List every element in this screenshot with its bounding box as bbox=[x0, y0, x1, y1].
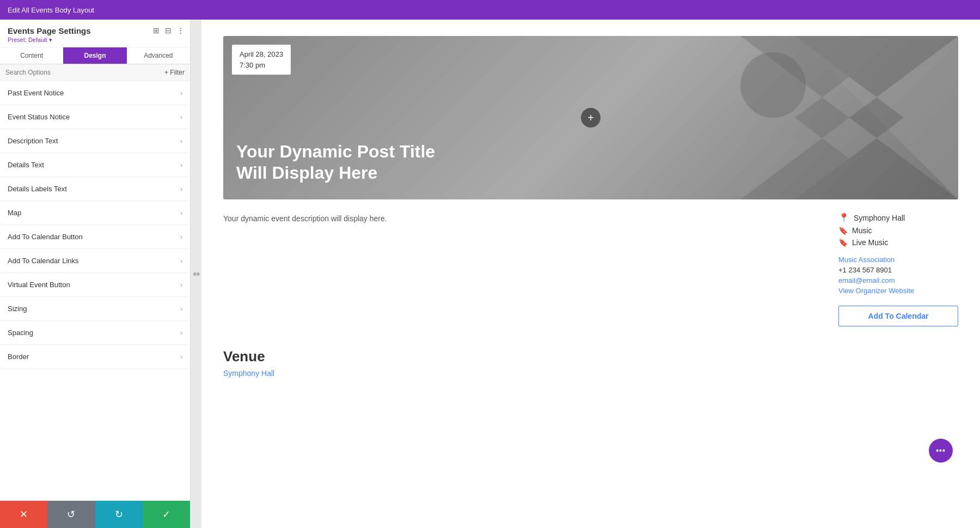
save-button[interactable]: ✓ bbox=[143, 501, 190, 528]
sidebar-item-label: Border bbox=[8, 353, 29, 361]
sidebar-item-spacing[interactable]: Spacing › bbox=[0, 321, 190, 345]
event-date: April 28, 2023 bbox=[240, 49, 283, 60]
sidebar-item-past-event-notice[interactable]: Past Event Notice › bbox=[0, 81, 190, 105]
redo-button[interactable]: ↻ bbox=[95, 501, 143, 528]
tab-content[interactable]: Content bbox=[0, 47, 63, 64]
main-layout: Events Page Settings Preset: Default ▾ ⊞… bbox=[0, 20, 980, 528]
sidebar-item-label: Details Text bbox=[8, 161, 44, 169]
venue-name[interactable]: Symphony Hall bbox=[854, 214, 905, 222]
category-live-music[interactable]: Live Music bbox=[852, 238, 888, 247]
sidebar-preset[interactable]: Preset: Default ▾ bbox=[8, 37, 146, 44]
date-badge: April 28, 2023 7:30 pm bbox=[232, 45, 291, 75]
chevron-down-icon: › bbox=[180, 257, 182, 265]
sidebar-grid-icon[interactable]: ⊞ bbox=[153, 26, 160, 35]
chevron-down-icon: › bbox=[180, 89, 182, 97]
event-header: April 28, 2023 7:30 pm Your Dynamic Post… bbox=[223, 36, 958, 199]
event-meta: 📍 Symphony Hall 🔖 Music 🔖 Live Music Mus… bbox=[838, 213, 958, 326]
venue-meta-item: 📍 Symphony Hall bbox=[838, 213, 958, 223]
event-description: Your dynamic event description will disp… bbox=[223, 213, 817, 326]
more-options-button[interactable]: ••• bbox=[929, 439, 953, 463]
category-live-music-item: 🔖 Live Music bbox=[838, 238, 958, 247]
event-title: Your Dynamic Post Title Will Display Her… bbox=[236, 141, 454, 183]
sidebar-item-label: Event Status Notice bbox=[8, 113, 70, 121]
organizer-website-link[interactable]: View Organizer Website bbox=[838, 287, 958, 295]
sidebar-item-add-to-calendar-button[interactable]: Add To Calendar Button › bbox=[0, 225, 190, 249]
search-row: + Filter bbox=[0, 64, 190, 81]
chevron-down-icon: › bbox=[180, 329, 182, 337]
tag-icon: 🔖 bbox=[838, 226, 848, 235]
search-input[interactable] bbox=[5, 69, 164, 76]
top-bar-title: Edit All Events Body Layout bbox=[8, 6, 94, 14]
sidebar-expand-icon[interactable]: ⊟ bbox=[165, 26, 171, 35]
tabs: Content Design Advanced bbox=[0, 47, 190, 64]
organizer-section: Music Association +1 234 567 8901 email@… bbox=[838, 256, 958, 295]
bottom-bar: ✕ ↺ ↻ ✓ bbox=[0, 501, 190, 528]
chevron-down-icon: › bbox=[180, 353, 182, 361]
sidebar-item-label: Description Text bbox=[8, 137, 58, 145]
resize-handle[interactable]: ⇔ bbox=[191, 20, 201, 528]
sidebar-item-label: Details Labels Text bbox=[8, 185, 67, 193]
sidebar-item-map[interactable]: Map › bbox=[0, 201, 190, 225]
top-bar: Edit All Events Body Layout bbox=[0, 0, 980, 20]
tag-icon: 🔖 bbox=[838, 238, 848, 247]
chevron-down-icon: › bbox=[180, 137, 182, 145]
sidebar-item-label: Spacing bbox=[8, 329, 33, 337]
resize-icon: ⇔ bbox=[193, 269, 200, 279]
chevron-down-icon: › bbox=[180, 113, 182, 121]
sidebar-item-virtual-event-button[interactable]: Virtual Event Button › bbox=[0, 273, 190, 297]
venue-link[interactable]: Symphony Hall bbox=[223, 369, 274, 378]
sidebar-header: Events Page Settings Preset: Default ▾ ⊞… bbox=[0, 20, 190, 47]
chevron-down-icon: › bbox=[180, 161, 182, 169]
preview-area: April 28, 2023 7:30 pm Your Dynamic Post… bbox=[201, 20, 980, 528]
chevron-down-icon: › bbox=[180, 305, 182, 313]
event-time: 7:30 pm bbox=[240, 60, 283, 71]
sidebar-item-details-labels-text[interactable]: Details Labels Text › bbox=[0, 177, 190, 201]
sidebar-item-label: Sizing bbox=[8, 305, 27, 313]
chevron-down-icon: › bbox=[180, 209, 182, 217]
chevron-down-icon: › bbox=[180, 281, 182, 289]
organizer-email-link[interactable]: email@email.com bbox=[838, 276, 958, 284]
sidebar-item-border[interactable]: Border › bbox=[0, 345, 190, 369]
venue-section: Venue Symphony Hall bbox=[223, 348, 958, 378]
sidebar-item-label: Map bbox=[8, 209, 21, 217]
undo-button[interactable]: ↺ bbox=[47, 501, 95, 528]
description-text: Your dynamic event description will disp… bbox=[223, 213, 817, 224]
content-row: Your dynamic event description will disp… bbox=[223, 213, 958, 326]
sidebar-item-label: Past Event Notice bbox=[8, 89, 64, 97]
sidebar-title: Events Page Settings bbox=[8, 26, 146, 35]
sidebar-item-label: Add To Calendar Links bbox=[8, 257, 79, 265]
add-module-button[interactable]: + bbox=[581, 108, 601, 128]
sidebar-item-add-to-calendar-links[interactable]: Add To Calendar Links › bbox=[0, 249, 190, 273]
chevron-down-icon: › bbox=[180, 233, 182, 241]
sidebar: Events Page Settings Preset: Default ▾ ⊞… bbox=[0, 20, 191, 528]
sidebar-item-label: Add To Calendar Button bbox=[8, 233, 83, 241]
chevron-down-icon: › bbox=[180, 185, 182, 193]
sidebar-item-details-text[interactable]: Details Text › bbox=[0, 153, 190, 177]
add-to-calendar-button[interactable]: Add To Calendar bbox=[838, 306, 958, 326]
sidebar-item-sizing[interactable]: Sizing › bbox=[0, 297, 190, 321]
venue-section-title: Venue bbox=[223, 348, 958, 365]
category-music[interactable]: Music bbox=[852, 226, 872, 235]
sidebar-item-label: Virtual Event Button bbox=[8, 281, 70, 289]
category-music-item: 🔖 Music bbox=[838, 226, 958, 235]
cancel-button[interactable]: ✕ bbox=[0, 501, 47, 528]
organizer-phone: +1 234 567 8901 bbox=[838, 266, 958, 274]
sidebar-item-description-text[interactable]: Description Text › bbox=[0, 129, 190, 153]
sidebar-more-icon[interactable]: ⋮ bbox=[177, 26, 185, 35]
sidebar-items: Past Event Notice › Event Status Notice … bbox=[0, 81, 190, 501]
sidebar-item-event-status-notice[interactable]: Event Status Notice › bbox=[0, 105, 190, 129]
tab-advanced[interactable]: Advanced bbox=[127, 47, 190, 64]
organizer-name-link[interactable]: Music Association bbox=[838, 256, 958, 264]
tab-design[interactable]: Design bbox=[63, 47, 126, 64]
filter-button[interactable]: + Filter bbox=[164, 69, 185, 76]
location-icon: 📍 bbox=[838, 213, 849, 223]
